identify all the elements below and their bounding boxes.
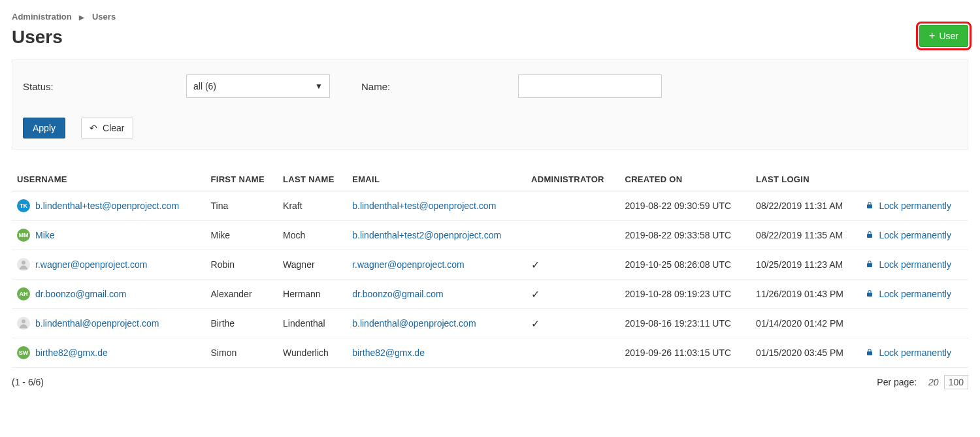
table-row: SWbirthe82@gmx.deSimonWunderlichbirthe82…: [12, 338, 968, 368]
last-name-cell: Lindenthal: [278, 309, 347, 338]
col-username[interactable]: USERNAME: [12, 168, 206, 191]
last-name-cell: Wunderlich: [278, 338, 347, 368]
first-name-cell: Robin: [206, 250, 278, 280]
email-link[interactable]: b.lindenthal+test2@openproject.com: [352, 230, 501, 240]
page-title: Users: [12, 27, 63, 48]
check-icon: ✓: [531, 289, 540, 300]
lock-cell: Lock permanently: [860, 221, 968, 250]
last-login-cell: 11/26/2019 01:43 PM: [751, 280, 860, 309]
admin-cell: [526, 221, 619, 250]
col-email[interactable]: EMAIL: [347, 168, 526, 191]
username-link[interactable]: Mike: [35, 230, 55, 240]
last-login-cell: 01/14/2020 01:42 PM: [751, 309, 860, 338]
avatar: [17, 317, 30, 330]
lock-permanently-link[interactable]: Lock permanently: [866, 201, 963, 212]
avatar: AH: [17, 287, 30, 300]
admin-cell: ✓: [526, 309, 619, 338]
col-actions: [860, 168, 968, 191]
last-login-cell: 01/15/2020 03:45 PM: [751, 338, 860, 368]
table-footer: (1 - 6/6) Per page: 20100: [12, 377, 968, 387]
col-administrator[interactable]: ADMINISTRATOR: [526, 168, 619, 191]
last-name-cell: Wagner: [278, 250, 347, 280]
lock-cell: [860, 309, 968, 338]
lock-icon: [866, 259, 874, 270]
username-link[interactable]: b.lindenthal+test@openproject.com: [35, 201, 179, 211]
check-icon: ✓: [531, 259, 540, 270]
admin-cell: [526, 191, 619, 221]
lock-cell: Lock permanently: [860, 191, 968, 221]
table-row: r.wagner@openproject.comRobinWagnerr.wag…: [12, 250, 968, 280]
col-created-on[interactable]: CREATED ON: [619, 168, 751, 191]
per-page: Per page: 20100: [877, 377, 968, 387]
clear-button[interactable]: ↶ Clear: [81, 118, 133, 138]
col-first-name[interactable]: FIRST NAME: [206, 168, 278, 191]
email-link[interactable]: dr.boonzo@gmail.com: [352, 289, 444, 299]
lock-label: Lock permanently: [879, 259, 951, 270]
username-link[interactable]: r.wagner@openproject.com: [35, 259, 147, 270]
lock-cell: Lock permanently: [860, 338, 968, 368]
first-name-cell: Simon: [206, 338, 278, 368]
chevron-right-icon: ▶: [79, 14, 84, 21]
per-page-option[interactable]: 100: [944, 375, 968, 389]
lock-label: Lock permanently: [879, 201, 951, 211]
avatar: [17, 258, 30, 271]
created-on-cell: 2019-10-25 08:26:08 UTC: [619, 250, 751, 280]
breadcrumb-root[interactable]: Administration: [12, 12, 72, 22]
last-name-cell: Hermann: [278, 280, 347, 309]
breadcrumb: Administration ▶ Users: [12, 12, 968, 22]
last-name-cell: Moch: [278, 221, 347, 250]
created-on-cell: 2019-08-16 19:23:11 UTC: [619, 309, 751, 338]
admin-cell: ✓: [526, 250, 619, 280]
last-login-cell: 10/25/2019 11:23 AM: [751, 250, 860, 280]
pagination-range: (1 - 6/6): [12, 377, 44, 387]
first-name-cell: Alexander: [206, 280, 278, 309]
add-user-button[interactable]: + User: [919, 25, 968, 47]
chevron-down-icon: ▼: [315, 82, 323, 91]
per-page-option[interactable]: 20: [928, 377, 939, 387]
email-link[interactable]: b.lindenthal@openproject.com: [352, 318, 476, 329]
users-table: USERNAME FIRST NAME LAST NAME EMAIL ADMI…: [12, 168, 968, 368]
status-selected-value: all (6): [193, 81, 216, 91]
lock-permanently-link[interactable]: Lock permanently: [866, 230, 963, 241]
svg-point-0: [22, 261, 25, 265]
lock-label: Lock permanently: [879, 289, 951, 299]
lock-permanently-link[interactable]: Lock permanently: [866, 348, 963, 359]
avatar: SW: [17, 346, 30, 359]
check-icon: ✓: [531, 318, 540, 329]
add-user-label: User: [939, 31, 958, 41]
col-last-name[interactable]: LAST NAME: [278, 168, 347, 191]
lock-cell: Lock permanently: [860, 250, 968, 280]
lock-icon: [866, 201, 874, 212]
avatar: TK: [17, 199, 30, 212]
username-link[interactable]: b.lindenthal@openproject.com: [35, 318, 159, 329]
email-link[interactable]: b.lindenthal+test@openproject.com: [352, 201, 496, 211]
table-row: TKb.lindenthal+test@openproject.comTinaK…: [12, 191, 968, 221]
name-input[interactable]: [518, 74, 662, 98]
per-page-label: Per page:: [877, 377, 917, 387]
lock-cell: Lock permanently: [860, 280, 968, 309]
lock-label: Lock permanently: [879, 230, 951, 240]
col-last-login[interactable]: LAST LOGIN: [751, 168, 860, 191]
lock-permanently-link[interactable]: Lock permanently: [866, 259, 963, 270]
clear-label: Clear: [103, 123, 124, 133]
admin-cell: [526, 338, 619, 368]
table-row: MMMikeMikeMochb.lindenthal+test2@openpro…: [12, 221, 968, 250]
email-link[interactable]: r.wagner@openproject.com: [352, 259, 464, 270]
filter-panel: Status: all (6) ▼ Name: Apply ↶ Clear: [12, 59, 968, 150]
svg-point-1: [22, 319, 25, 323]
first-name-cell: Mike: [206, 221, 278, 250]
first-name-cell: Birthe: [206, 309, 278, 338]
status-label: Status:: [23, 81, 62, 92]
last-login-cell: 08/22/2019 11:35 AM: [751, 221, 860, 250]
email-link[interactable]: birthe82@gmx.de: [352, 348, 425, 358]
admin-cell: ✓: [526, 280, 619, 309]
username-link[interactable]: birthe82@gmx.de: [35, 348, 108, 358]
username-link[interactable]: dr.boonzo@gmail.com: [35, 289, 127, 299]
table-row: b.lindenthal@openproject.comBirtheLinden…: [12, 309, 968, 338]
lock-permanently-link[interactable]: Lock permanently: [866, 289, 963, 300]
first-name-cell: Tina: [206, 191, 278, 221]
status-select[interactable]: all (6) ▼: [186, 74, 330, 98]
apply-button[interactable]: Apply: [23, 118, 65, 138]
lock-icon: [866, 289, 874, 300]
created-on-cell: 2019-10-28 09:19:23 UTC: [619, 280, 751, 309]
